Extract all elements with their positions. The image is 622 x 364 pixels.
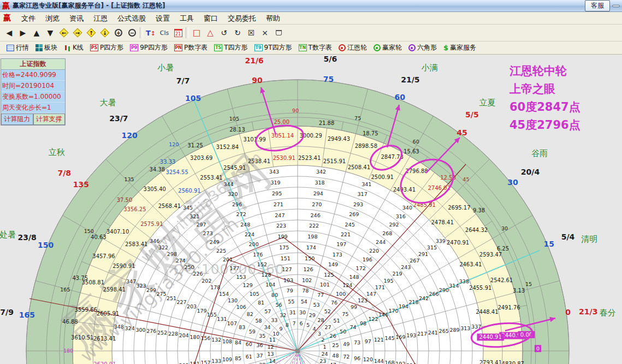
solar-term-label: 立夏: [479, 98, 495, 108]
tool-赢家轮[interactable]: 赢家轮: [371, 43, 404, 52]
clear-icon[interactable]: [273, 27, 285, 39]
pan-right-icon[interactable]: →: [72, 27, 84, 39]
tool-江恩轮[interactable]: 江恩轮: [336, 43, 369, 52]
price-inner-label: 2598.41: [103, 287, 126, 293]
tool-T数字表[interactable]: TNT数字表: [297, 43, 334, 52]
select-box-icon[interactable]: ☒: [245, 27, 257, 39]
date-label: 7/7: [176, 76, 190, 85]
price-outer-label: 2898.58: [355, 143, 377, 149]
price-inner-label: 2793.41: [479, 360, 502, 364]
spiral-number: 341: [362, 181, 371, 187]
pan-left-icon[interactable]: ←: [58, 27, 70, 39]
spiral-number: 38: [259, 362, 265, 364]
tool-行情[interactable]: 行情: [4, 43, 31, 52]
menu-logo-icon: 赢: [3, 13, 11, 23]
spiral-number: 202: [202, 278, 211, 284]
menu-item-帮助[interactable]: 帮助: [261, 13, 285, 23]
tool-K线[interactable]: K线: [62, 43, 86, 52]
spiral-number: 157: [200, 360, 210, 364]
spiral-number: 289: [449, 327, 459, 333]
spiral-number: 270: [312, 201, 322, 207]
tool-9T四方形[interactable]: T99T四方形: [252, 43, 294, 52]
spiral-number: 59: [249, 329, 256, 335]
zoom-in-icon[interactable]: +: [112, 27, 125, 39]
price-inner-label: 2478.41: [431, 219, 453, 225]
menu-item-浏览[interactable]: 浏览: [40, 13, 64, 23]
rotate-ccw-icon[interactable]: ↺: [218, 27, 230, 39]
t-scale-icon[interactable]: T↕: [145, 27, 157, 39]
spiral-number: 31: [289, 309, 296, 315]
cls-icon[interactable]: Cls: [158, 27, 170, 39]
tool-P数字表[interactable]: PNP数字表: [172, 43, 210, 52]
menu-item-江恩[interactable]: 江恩: [88, 13, 112, 23]
rotate-down-icon[interactable]: ▼: [44, 27, 56, 39]
support-button[interactable]: 客服: [585, 0, 610, 11]
menu-item-设置[interactable]: 设置: [151, 13, 175, 23]
solar-term-label: 立秋: [49, 147, 65, 157]
draw-square-icon[interactable]: □: [191, 27, 203, 39]
spiral-number: 343: [269, 169, 279, 175]
tool-T四方形[interactable]: TST四方形: [212, 43, 250, 52]
spiral-number: 23: [319, 358, 326, 364]
spiral-number: 294: [313, 190, 323, 196]
spiral-number: 170: [388, 308, 398, 314]
spiral-number: 348: [114, 324, 124, 330]
zoom-out-icon[interactable]: −: [126, 27, 138, 39]
menu-item-文件[interactable]: 文件: [16, 13, 40, 23]
date-label: 5/4: [561, 232, 575, 241]
pan-down-icon[interactable]: ↓: [99, 27, 111, 39]
calc-support-button[interactable]: 计算支撑: [33, 114, 66, 125]
pan-up-icon[interactable]: ↑: [85, 27, 97, 39]
spiral-number: 196: [363, 256, 372, 262]
rotate-cw-icon[interactable]: ↻: [232, 27, 244, 39]
draw-triangle-icon[interactable]: △: [204, 27, 216, 39]
crosshair-icon[interactable]: ×: [259, 27, 271, 39]
price-inner-label: 2523.41: [298, 155, 321, 161]
spiral-number: 149: [328, 261, 338, 267]
menu-item-窗口[interactable]: 窗口: [199, 13, 223, 23]
spiral-number: 82: [247, 311, 253, 317]
price-outer-label: 2949.43: [328, 136, 350, 142]
spiral-number: 51: [333, 318, 340, 324]
spiral-number: 34: [264, 324, 270, 330]
tool-板块[interactable]: 板块: [33, 43, 60, 52]
menu-item-资讯[interactable]: 资讯: [64, 13, 88, 23]
back-icon[interactable]: ◀: [3, 27, 15, 39]
spiral-number: 32: [280, 312, 286, 318]
spiral-number: 132: [211, 337, 221, 343]
price-outer-label: 3152.84: [216, 144, 239, 150]
price-outer-label: 3101.99: [244, 136, 266, 142]
spiral-number: 322: [158, 244, 168, 250]
solar-term-label: 大暑: [100, 98, 116, 108]
tool-赢家服务[interactable]: $赢家服务: [441, 43, 478, 52]
tool-P四方形[interactable]: PSP四方形: [88, 43, 126, 52]
tool-六角形[interactable]: 六角形: [406, 43, 439, 52]
spiral-number: 180: [190, 334, 200, 340]
info-row: 周天变化步长=1: [1, 103, 65, 114]
spiral-number: 130: [228, 297, 238, 303]
percent-label: 18.75: [363, 130, 378, 136]
menu-item-交易委托[interactable]: 交易委托: [223, 13, 261, 23]
calendar-icon[interactable]: 21: [172, 27, 184, 39]
tool-9P四方形[interactable]: P99P四方形: [128, 43, 170, 52]
spiral-number: 56: [276, 302, 282, 308]
spiral-number: 54: [301, 299, 307, 305]
menu-bar: 赢 文件浏览资讯江恩公式选股设置工具窗口交易委托帮助: [0, 12, 622, 25]
rotate-up-icon[interactable]: ▲: [31, 27, 43, 39]
price-outer-label: 2695.17: [448, 205, 470, 211]
gann-wheel-chart[interactable]: 赢家财富网www.yingjia360.comwww.yingjia360.co…: [0, 55, 622, 364]
clipped-button[interactable]: [612, 5, 620, 7]
menu-item-公式选股[interactable]: 公式选股: [112, 13, 151, 23]
spiral-number: 269: [349, 211, 359, 217]
spiral-number: 272: [236, 211, 246, 217]
spiral-number: 96: [354, 355, 360, 361]
spiral-number: 25: [332, 342, 339, 348]
spiral-number: 174: [306, 244, 316, 250]
spiral-number: 127: [282, 266, 292, 272]
outer-degree-label: 0: [565, 308, 571, 317]
toolbar-separator: [140, 27, 143, 38]
degree-label: 120: [169, 141, 179, 147]
menu-item-工具[interactable]: 工具: [175, 13, 199, 23]
calc-resistance-button[interactable]: 计算阻力: [1, 114, 33, 125]
forward-icon[interactable]: ▶: [17, 27, 29, 39]
